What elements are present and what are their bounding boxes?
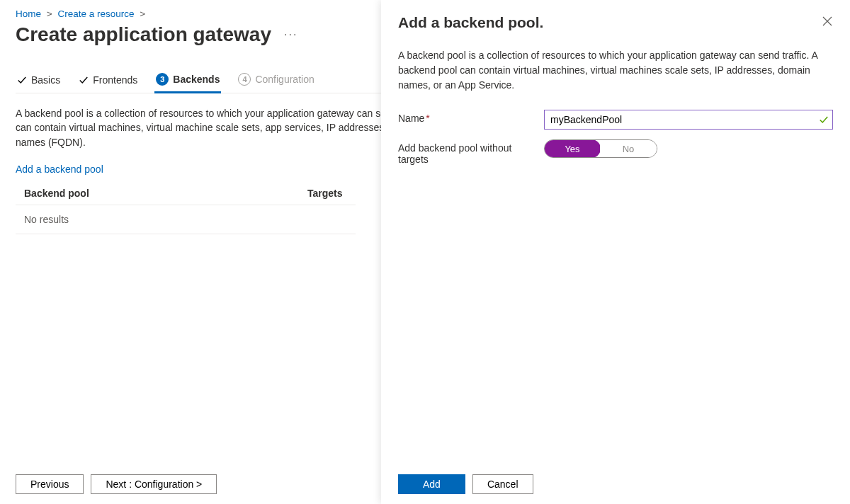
required-asterisk: * (426, 113, 429, 124)
backend-pools-table: Backend pool Targets No results (16, 182, 356, 234)
step-number-badge: 4 (238, 73, 251, 86)
add-button[interactable]: Add (398, 474, 465, 494)
tab-label: Frontends (93, 74, 137, 86)
tab-backends[interactable]: 3 Backends (154, 67, 221, 93)
no-targets-toggle[interactable]: Yes No (544, 139, 657, 158)
cancel-button[interactable]: Cancel (472, 474, 533, 494)
toggle-yes[interactable]: Yes (544, 139, 601, 158)
add-backend-pool-blade: Add a backend pool. A backend pool is a … (381, 0, 850, 504)
step-number-badge: 3 (156, 73, 169, 86)
tab-label: Configuration (255, 74, 314, 85)
breadcrumb-create-resource[interactable]: Create a resource (57, 8, 134, 19)
name-input[interactable] (544, 110, 833, 130)
valid-check-icon (819, 115, 829, 125)
breadcrumb-sep: > (140, 8, 145, 19)
page-title: Create application gateway (16, 23, 271, 46)
tab-basics[interactable]: Basics (16, 69, 62, 93)
tab-label: Backends (173, 74, 220, 85)
no-targets-label: Add backend pool without targets (398, 139, 544, 165)
tab-frontends[interactable]: Frontends (77, 69, 139, 93)
check-icon (79, 75, 89, 85)
more-menu-icon[interactable]: ··· (281, 25, 300, 44)
toggle-no[interactable]: No (600, 140, 657, 157)
previous-button[interactable]: Previous (16, 474, 84, 494)
tab-configuration: 4 Configuration (237, 67, 315, 93)
add-backend-pool-link[interactable]: Add a backend pool (16, 164, 103, 175)
column-header-targets[interactable]: Targets (307, 188, 343, 199)
column-header-pool[interactable]: Backend pool (24, 188, 307, 199)
check-icon (17, 75, 27, 85)
tab-label: Basics (31, 74, 60, 86)
close-icon[interactable] (822, 16, 833, 27)
name-label: Name* (398, 110, 544, 124)
next-button[interactable]: Next : Configuration > (91, 474, 217, 494)
table-empty-row: No results (16, 205, 356, 234)
blade-description: A backend pool is a collection of resour… (398, 48, 833, 93)
blade-title: Add a backend pool. (398, 14, 543, 31)
breadcrumb-sep: > (47, 8, 52, 19)
breadcrumb-home[interactable]: Home (16, 8, 41, 19)
